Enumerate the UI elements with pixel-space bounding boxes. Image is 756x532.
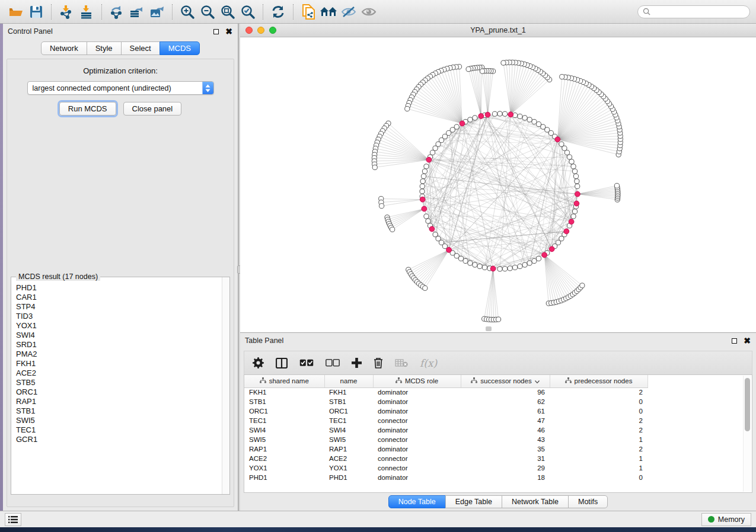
table-row[interactable]: YOX1YOX1connector291 xyxy=(244,463,647,473)
first-neighbors-icon[interactable] xyxy=(318,3,339,21)
table-header[interactable]: shared namenameMCDS rolesuccessor nodesp… xyxy=(244,375,647,387)
cell-MCDS-role[interactable]: dominator xyxy=(373,406,461,416)
cell-name[interactable]: ACE2 xyxy=(324,454,373,463)
zoom-selected-icon[interactable] xyxy=(238,3,258,21)
cell-successor-nodes[interactable]: 29 xyxy=(461,463,550,473)
gear-icon[interactable] xyxy=(253,357,264,368)
refresh-icon[interactable] xyxy=(268,3,288,21)
network-window-titlebar[interactable]: YPA_prune.txt_1 xyxy=(240,24,756,37)
zoom-in-icon[interactable] xyxy=(177,3,197,21)
cell-name[interactable]: PHD1 xyxy=(324,473,373,482)
cell-name[interactable]: SWI5 xyxy=(324,435,373,444)
close-panel-button[interactable]: Close panel xyxy=(123,102,182,116)
cell-predecessor-nodes[interactable]: 2 xyxy=(550,387,647,397)
table-scrollbar[interactable] xyxy=(743,376,751,492)
tab-edge-table[interactable]: Edge Table xyxy=(445,495,502,508)
column-header-successor-nodes[interactable]: successor nodes xyxy=(461,375,550,387)
canvas-scroll-grab[interactable] xyxy=(486,326,492,331)
tab-network[interactable]: Network xyxy=(41,41,87,55)
mcds-node-item[interactable]: TID3 xyxy=(16,312,218,321)
float-panel-icon[interactable] xyxy=(212,27,220,36)
table-row[interactable]: PHD1PHD1dominator180 xyxy=(244,473,647,482)
add-column-icon[interactable] xyxy=(352,358,362,368)
network-graph[interactable] xyxy=(240,37,754,332)
table-row[interactable]: SWI5SWI5connector431 xyxy=(244,435,647,444)
cell-shared-name[interactable]: STB1 xyxy=(244,397,324,406)
table-row[interactable]: RAP1RAP1dominator352 xyxy=(244,444,647,454)
hide-selected-icon[interactable] xyxy=(339,3,359,21)
cell-MCDS-role[interactable]: connector xyxy=(373,454,461,463)
table-row[interactable]: ACE2ACE2connector311 xyxy=(244,454,647,463)
mcds-node-item[interactable]: STB5 xyxy=(16,378,218,387)
close-panel-icon[interactable]: ✖ xyxy=(225,27,233,36)
import-network-icon[interactable] xyxy=(56,3,76,21)
column-header-name[interactable]: name xyxy=(324,375,373,387)
zoom-fit-icon[interactable] xyxy=(218,3,238,21)
tab-network-table[interactable]: Network Table xyxy=(502,495,569,508)
search-box[interactable] xyxy=(637,5,750,18)
column-header-shared-name[interactable]: shared name xyxy=(244,375,324,387)
node-table[interactable]: shared namenameMCDS rolesuccessor nodesp… xyxy=(244,374,752,493)
mcds-node-item[interactable]: PHD1 xyxy=(16,283,218,293)
cell-predecessor-nodes[interactable]: 2 xyxy=(550,425,647,435)
mcds-node-item[interactable]: SRD1 xyxy=(16,340,218,350)
mcds-node-item[interactable]: RAP1 xyxy=(16,397,218,406)
cell-successor-nodes[interactable]: 96 xyxy=(461,387,550,397)
float-table-panel-icon[interactable] xyxy=(730,336,738,345)
run-mcds-button[interactable]: Run MCDS xyxy=(59,102,116,116)
cell-shared-name[interactable]: ACE2 xyxy=(244,454,324,463)
cell-name[interactable]: STB1 xyxy=(324,397,373,406)
cell-predecessor-nodes[interactable]: 2 xyxy=(550,416,647,425)
mcds-node-item[interactable]: ORC1 xyxy=(16,387,218,397)
delete-icon[interactable] xyxy=(374,357,383,368)
cell-name[interactable]: FKH1 xyxy=(324,387,373,397)
mcds-node-item[interactable]: GCR1 xyxy=(16,435,218,444)
tab-select[interactable]: Select xyxy=(121,41,160,55)
task-history-button[interactable] xyxy=(5,513,21,526)
cell-shared-name[interactable]: SWI5 xyxy=(244,435,324,444)
mcds-result-list[interactable]: PHD1CAR1STP4TID3YOX1SWI4SRD1PMA2FKH1ACE2… xyxy=(11,277,222,494)
table-body[interactable]: FKH1FKH1dominator962STB1STB1dominator620… xyxy=(244,387,647,482)
cell-MCDS-role[interactable]: connector xyxy=(373,463,461,473)
cell-predecessor-nodes[interactable]: 0 xyxy=(550,397,647,406)
mcds-node-item[interactable]: CAR1 xyxy=(16,293,218,302)
cell-successor-nodes[interactable]: 47 xyxy=(461,416,550,425)
cell-name[interactable]: ORC1 xyxy=(324,406,373,416)
delete-table-icon[interactable] xyxy=(395,359,408,367)
cell-MCDS-role[interactable]: dominator xyxy=(373,397,461,406)
show-all-icon[interactable] xyxy=(359,3,379,21)
mcds-node-item[interactable]: STB1 xyxy=(16,406,218,416)
mcds-list-scrollbar[interactable] xyxy=(222,277,229,494)
cell-predecessor-nodes[interactable]: 2 xyxy=(550,444,647,454)
function-builder-icon[interactable]: f(x) xyxy=(420,357,437,369)
optimization-criterion-select[interactable]: largest connected component (undirected) xyxy=(27,81,214,95)
cell-shared-name[interactable]: TEC1 xyxy=(244,416,324,425)
column-header-MCDS-role[interactable]: MCDS role xyxy=(373,375,461,387)
table-row[interactable]: TEC1TEC1connector472 xyxy=(244,416,647,425)
share-document-icon[interactable] xyxy=(298,3,318,21)
table-scrollbar-thumb[interactable] xyxy=(745,378,750,431)
export-image-icon[interactable] xyxy=(147,3,167,21)
import-table-icon[interactable] xyxy=(76,3,97,21)
cell-successor-nodes[interactable]: 31 xyxy=(461,454,550,463)
table-row[interactable]: FKH1FKH1dominator962 xyxy=(244,387,647,397)
select-all-icon[interactable] xyxy=(299,359,314,367)
cell-predecessor-nodes[interactable]: 1 xyxy=(550,463,647,473)
mcds-node-item[interactable]: ACE2 xyxy=(16,368,218,378)
cell-MCDS-role[interactable]: connector xyxy=(373,416,461,425)
table-row[interactable]: STB1STB1dominator620 xyxy=(244,397,647,406)
cell-successor-nodes[interactable]: 46 xyxy=(461,425,550,435)
cell-predecessor-nodes[interactable]: 1 xyxy=(550,454,647,463)
cell-shared-name[interactable]: FKH1 xyxy=(244,387,324,397)
cell-MCDS-role[interactable]: connector xyxy=(373,435,461,444)
search-input[interactable] xyxy=(650,8,745,16)
tab-node-table[interactable]: Node Table xyxy=(388,495,446,508)
cell-shared-name[interactable]: YOX1 xyxy=(244,463,324,473)
export-network-icon[interactable] xyxy=(107,3,127,21)
tab-mcds[interactable]: MCDS xyxy=(160,41,200,55)
mcds-node-item[interactable]: FKH1 xyxy=(16,359,218,368)
cell-predecessor-nodes[interactable]: 0 xyxy=(550,473,647,482)
cell-name[interactable]: TEC1 xyxy=(324,416,373,425)
zoom-out-icon[interactable] xyxy=(197,3,218,21)
cell-MCDS-role[interactable]: dominator xyxy=(373,425,461,435)
